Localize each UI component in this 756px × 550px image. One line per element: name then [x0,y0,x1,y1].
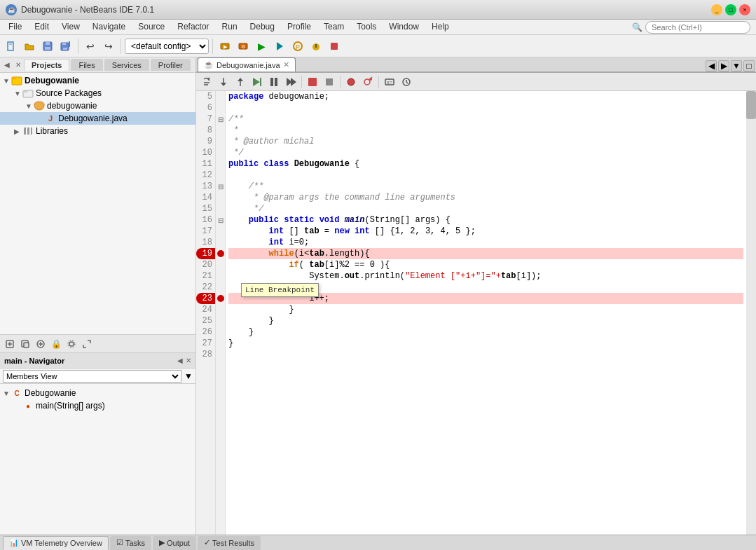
redo-button[interactable]: ↪ [100,38,117,55]
save-all-button[interactable] [57,38,74,55]
code-content[interactable]: package debugowanie; /** * * @author mic… [226,91,746,535]
minimize-button[interactable]: _ [711,4,722,15]
menu-team[interactable]: Team [318,20,350,33]
fold-7[interactable]: ⊟ [216,114,225,125]
tree-item-source-packages[interactable]: ▼ Source Packages [0,87,195,99]
new-breakpoint-button[interactable] [360,74,376,90]
build-button[interactable]: ▶ [217,38,233,55]
watches-button[interactable] [399,74,414,90]
profile-button[interactable]: P [289,38,306,55]
nav-item-method[interactable]: ▶ ● main(String[] args) [0,399,195,412]
menu-refactor[interactable]: Refactor [172,20,214,33]
pause-button[interactable] [266,74,282,90]
menu-profile[interactable]: Profile [282,20,317,33]
vertical-scrollbar-track[interactable] [746,91,756,535]
open-project-button[interactable] [21,38,38,55]
menu-tools[interactable]: Tools [351,20,382,33]
code-line-27: } [228,338,743,349]
tree-item-java-file[interactable]: ▶ J Debugowanie.java [0,112,195,125]
stop-button-debug[interactable] [322,74,337,90]
menu-view[interactable]: View [56,20,85,33]
check-bug-button[interactable] [308,38,324,55]
fold-13[interactable]: ⊟ [216,181,225,192]
settings-btn[interactable] [64,337,78,351]
create-project-btn[interactable] [3,337,17,351]
close-panel-icon[interactable]: ✕ [13,60,24,70]
tab-tasks-label: Tasks [125,539,145,547]
step-out-button[interactable] [233,74,248,90]
menu-edit[interactable]: Edit [29,20,55,33]
stop-button[interactable] [326,38,343,55]
vertical-scrollbar-thumb[interactable] [746,91,756,119]
line-22: 22 [196,282,215,293]
search-icon: 🔍 [632,22,642,32]
class-icon: C [11,387,22,399]
menu-debug[interactable]: Debug [245,20,280,33]
menu-navigate[interactable]: Navigate [87,20,131,33]
maximize-button[interactable]: □ [725,4,736,15]
run-to-cursor-button[interactable] [249,74,265,90]
tab-profiler[interactable]: Profiler [151,59,191,71]
menu-file[interactable]: File [3,20,27,33]
svg-point-55 [369,78,372,81]
add-btn[interactable] [34,337,48,351]
maximize-panel-btn[interactable] [80,337,94,351]
menu-window[interactable]: Window [383,20,425,33]
tab-output[interactable]: ▶ Output [153,536,196,550]
search-input[interactable] [645,21,750,34]
tab-close-button[interactable]: ✕ [283,60,289,69]
tab-projects[interactable]: Projects [24,59,69,71]
expand-arrow: ▼ [25,102,34,110]
tree-item-libraries[interactable]: ▶ Libraries [0,125,195,137]
tab-test-results[interactable]: ✓ Test Results [198,536,261,550]
tab-vm-telemetry[interactable]: 📊 VM Telemetry Overview [3,536,109,550]
step-into-button[interactable] [216,74,231,90]
fold-16[interactable]: ⊟ [216,214,225,226]
undo-button[interactable]: ↩ [82,38,99,55]
variables-button[interactable]: x= [382,74,397,90]
tab-list-button[interactable]: ▼ [731,60,742,71]
step-over-button[interactable] [199,74,214,90]
svg-marker-49 [291,78,296,86]
svg-rect-51 [326,78,333,85]
toggle-breakpoint-button[interactable] [343,74,359,90]
tree-item-package[interactable]: ▼ debugowanie [0,99,195,112]
lock-btn[interactable]: 🔒 [49,337,63,351]
new-file-button[interactable] [3,38,20,55]
save-button[interactable] [39,38,56,55]
shrink-btn[interactable] [18,337,32,351]
close-button[interactable]: × [739,4,750,15]
tree-label-java-file: Debugowanie.java [58,114,128,123]
svg-marker-37 [207,77,209,81]
title-text: Debugowanie - NetBeans IDE 7.0.1 [21,5,154,15]
tab-files[interactable]: Files [71,59,102,71]
collapse-icon[interactable]: ◀ [1,60,13,70]
debug-button[interactable] [271,38,288,55]
gutter-19 [216,248,225,259]
svg-point-52 [348,78,355,85]
tab-maximize-button[interactable]: □ [743,60,755,71]
menu-help[interactable]: Help [426,20,455,33]
members-dropdown[interactable]: Members View [3,370,181,383]
finish-session-button[interactable] [305,74,320,90]
nav-close-btn[interactable]: ✕ [186,357,191,364]
tab-debugowanie-java[interactable]: ☕ Debugowanie.java ✕ [198,57,296,71]
tab-next-button[interactable]: ▶ [718,60,729,71]
nav-item-class[interactable]: ▼ C Debugowanie [0,387,195,399]
line-11: 11 [196,158,215,170]
menu-source[interactable]: Source [132,20,170,33]
tree-item-project[interactable]: ▼ Debugowanie [0,74,195,87]
project-icon [11,75,22,86]
continue-button[interactable] [283,74,298,90]
code-editor[interactable]: 5 6 7 8 9 10 11 12 13 14 15 16 17 18 19 … [196,91,756,535]
line-8: 8 [196,125,215,136]
tab-prev-button[interactable]: ◀ [706,60,717,71]
tab-services[interactable]: Services [104,59,149,71]
code-line-17: int [] tab = new int [] {1, 2, 3, 4, 5 }… [228,226,743,237]
config-dropdown[interactable]: <default config> [125,39,209,54]
nav-collapse-btn[interactable]: ◀ [177,357,183,364]
clean-build-button[interactable]: ⚙ [235,38,252,55]
run-button[interactable]: ▶ [253,38,270,55]
menu-run[interactable]: Run [217,20,243,33]
tab-tasks[interactable]: ☑ Tasks [110,536,151,550]
